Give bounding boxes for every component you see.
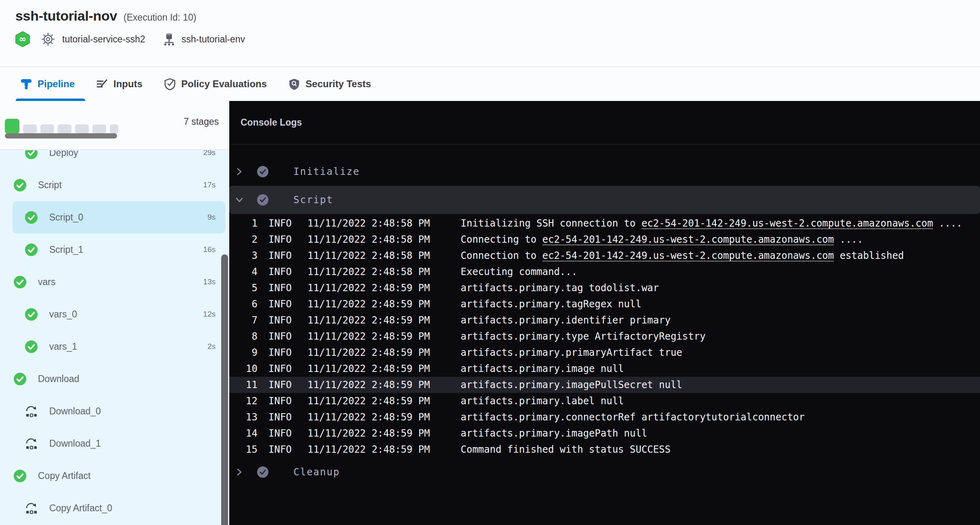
log-level: INFO	[268, 234, 292, 245]
page-title: ssh-tutorial-nov	[15, 8, 117, 24]
log-section-header[interactable]: Cleanup	[229, 458, 980, 486]
log-line: 14 INFO 11/11/2022 2:48:59 PM artifacts.…	[229, 425, 980, 441]
environment-name[interactable]: ssh-tutorial-env	[182, 34, 245, 45]
log-text: Executing command...	[461, 266, 577, 277]
chevron-right-icon	[235, 167, 244, 176]
command-step-icon	[25, 437, 38, 450]
stage-row[interactable]: Script 17s	[13, 169, 225, 201]
console-header: Console Logs	[229, 101, 980, 145]
stage-list: Deploy 29s Script 17s Script_0 9s	[0, 150, 229, 525]
stage-progress-bar	[5, 119, 118, 134]
section-label: Initialize	[293, 166, 360, 177]
log-line-number: 9	[229, 347, 258, 358]
success-check-icon	[25, 308, 38, 321]
tab-security-tests[interactable]: Security Tests	[288, 67, 371, 101]
stage-row[interactable]: vars 13s	[13, 266, 225, 298]
log-level: INFO	[268, 298, 292, 310]
title-row: ssh-tutorial-nov (Execution Id: 10)	[0, 0, 980, 24]
log-timestamp: 11/11/2022 2:48:58 PM	[308, 234, 430, 245]
log-timestamp: 11/11/2022 2:48:59 PM	[308, 347, 430, 358]
log-message: artifacts.primary.imagePath null	[461, 428, 647, 439]
log-level: INFO	[268, 444, 292, 455]
log-line-number: 7	[229, 315, 258, 326]
page-header: ssh-tutorial-nov (Execution Id: 10) ∞ tu…	[0, 0, 980, 67]
stage-label: Copy Artifact_0	[49, 503, 112, 514]
log-message: artifacts.primary.tagRegex null	[461, 298, 641, 310]
stage-row[interactable]: vars_0 12s	[13, 298, 225, 330]
log-message: Executing command...	[461, 266, 577, 277]
stage-duration: 29s	[203, 150, 225, 157]
service-name[interactable]: tutorial-service-ssh2	[62, 34, 145, 45]
console-panel: Console Logs Initialize Script 1 INFO 11…	[229, 101, 980, 525]
log-timestamp: 11/11/2022 2:48:59 PM	[308, 331, 430, 342]
log-message: artifacts.primary.label null	[461, 395, 624, 407]
horizontal-scrollbar[interactable]	[5, 133, 117, 139]
log-level: INFO	[268, 282, 292, 294]
tab-policy-evaluations[interactable]: Policy Evaluations	[164, 67, 267, 101]
log-timestamp: 11/11/2022 2:48:59 PM	[308, 315, 430, 326]
chevron-right-icon	[235, 468, 244, 477]
log-text: artifacts.primary.label null	[461, 395, 624, 407]
log-text: artifacts.primary.connectorRef artifacto…	[461, 412, 805, 423]
stage-row[interactable]: Copy Artifact_0	[13, 492, 225, 524]
log-timestamp: 11/11/2022 2:48:59 PM	[308, 428, 430, 439]
log-timestamp: 11/11/2022 2:48:59 PM	[308, 395, 430, 407]
log-section-header[interactable]: Initialize	[229, 158, 980, 186]
log-line: 15 INFO 11/11/2022 2:48:59 PM Command fi…	[229, 441, 980, 458]
tab-inputs[interactable]: Inputs	[96, 67, 142, 101]
log-line: 3 INFO 11/11/2022 2:48:58 PM Connection …	[229, 248, 980, 264]
chevron-down-icon	[235, 195, 244, 204]
console-title: Console Logs	[241, 117, 302, 128]
log-timestamp: 11/11/2022 2:48:59 PM	[308, 412, 430, 423]
log-level: INFO	[268, 428, 292, 439]
log-line-number: 6	[229, 298, 258, 310]
execution-meta-row: ∞ tutorial-service-ssh2 ssh-tutorial-env	[0, 31, 980, 47]
vertical-scrollbar[interactable]	[221, 254, 228, 525]
success-check-icon	[14, 470, 26, 482]
log-section-header[interactable]: Script	[229, 186, 980, 214]
stage-label: Deploy	[49, 150, 78, 158]
stage-label: Download	[38, 374, 79, 384]
log-line: 4 INFO 11/11/2022 2:48:58 PM Executing c…	[229, 264, 980, 280]
log-link[interactable]: ec2-54-201-142-249.us-west-2.compute.ama…	[641, 218, 933, 229]
log-level: INFO	[268, 218, 292, 229]
success-check-icon	[14, 373, 26, 385]
log-link[interactable]: ec2-54-201-142-249.us-west-2.compute.ama…	[542, 250, 834, 261]
log-text: artifacts.primary.tagRegex null	[461, 298, 641, 310]
log-text: artifacts.primary.primaryArtifact true	[461, 347, 682, 358]
log-level: INFO	[268, 412, 292, 423]
cd-module-icon: ∞	[15, 31, 30, 47]
log-text: ....	[834, 234, 863, 245]
stage-row[interactable]: Script_1 16s	[13, 233, 225, 266]
log-message: artifacts.primary.primaryArtifact true	[461, 347, 682, 358]
log-level: INFO	[268, 347, 292, 358]
log-timestamp: 11/11/2022 2:48:59 PM	[308, 298, 430, 310]
stage-row[interactable]: Script_0 9s	[13, 201, 225, 233]
progress-square-pending	[40, 124, 54, 134]
log-lines-block: 1 INFO 11/11/2022 2:48:58 PM Initializin…	[229, 215, 980, 458]
stage-row[interactable]: vars_1 2s	[13, 330, 225, 363]
log-line-number: 12	[229, 395, 258, 407]
stage-row[interactable]: Copy Artifact	[13, 460, 225, 492]
stage-row[interactable]: Download_1	[13, 427, 225, 460]
security-shield-icon	[288, 78, 300, 90]
success-check-icon	[25, 244, 38, 256]
stage-duration: 9s	[207, 213, 225, 222]
stage-label: Script_0	[49, 212, 83, 223]
log-text: Initializing SSH connection to	[461, 218, 641, 229]
tab-label: Inputs	[113, 78, 142, 90]
stage-row[interactable]: Download_0	[13, 395, 225, 427]
log-message: Connection to ec2-54-201-142-249.us-west…	[461, 250, 904, 261]
progress-square-pending	[75, 124, 89, 134]
tab-pipeline[interactable]: Pipeline	[20, 67, 75, 101]
stages-sidebar: 7 stages Deploy 29s Script	[0, 101, 229, 525]
log-text: artifacts.primary.imagePath null	[461, 428, 647, 439]
log-line-number: 13	[229, 412, 258, 423]
log-line: 8 INFO 11/11/2022 2:48:59 PM artifacts.p…	[229, 328, 980, 344]
log-level: INFO	[268, 395, 292, 407]
stage-row[interactable]: Download	[13, 363, 225, 395]
log-line: 2 INFO 11/11/2022 2:48:58 PM Connecting …	[229, 231, 980, 248]
log-link[interactable]: ec2-54-201-142-249.us-west-2.compute.ama…	[542, 234, 834, 245]
log-line: 13 INFO 11/11/2022 2:48:59 PM artifacts.…	[229, 409, 980, 425]
stage-row[interactable]: Deploy 29s	[13, 150, 225, 169]
